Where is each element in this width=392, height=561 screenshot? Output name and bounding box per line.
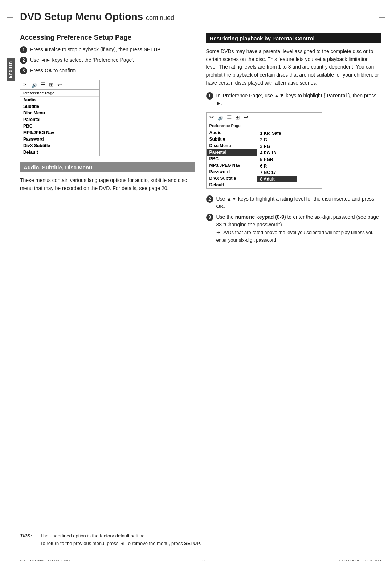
step-num-1: 1 [20,46,27,53]
menu-box-2: Preference Page Audio Subtitle Disc Menu… [206,112,322,189]
tips-line2: To return to the previous menu, press To… [40,540,381,548]
right-steps: 1 In 'Preference Page', use keys to high… [206,92,381,107]
down-arrow-2 [232,196,237,202]
sub-item-7: 7 NC 17 [257,169,297,176]
grid-icon-2 [235,114,240,121]
menu-item-password-2: Password [207,169,257,175]
menu-icon-2 [227,114,232,121]
step-text-1: Press twice to stop playback (if any), t… [30,46,195,53]
volume-icon [32,82,37,88]
scissors-icon-2 [209,114,214,121]
menu-item-discmenu-2: Disc Menu [207,142,257,149]
tips-line1: The underlined option is the factory def… [40,532,381,540]
right-arrow-2 [216,100,221,106]
menu-item-audio: Audio [20,97,99,103]
menu-icon-row-1 [20,80,99,90]
page-title-continued: continued [146,14,174,21]
right-step-num-1: 1 [206,92,213,100]
right-intro: Some DVDs may have a parental level assi… [206,48,381,87]
right-heading: Restricting playback by Parental Control [206,33,381,43]
right-step-text-3: Use the numeric keypad (0-9) to enter th… [216,213,381,244]
step-text-3: Press OK to confirm. [30,67,195,74]
keypad-bold: numeric keypad (0-9) [235,214,286,220]
left-arrow-tips [120,541,124,546]
menu-item-default: Default [20,149,99,156]
return-icon-2 [244,114,248,121]
sub-item-8: 8 Adult [257,176,297,182]
menu-box-1: Preference Page Audio Subtitle Disc Menu… [20,80,100,156]
right-step-num-2: 2 [206,195,213,203]
menu-item-mp3-2: MP3/JPEG Nav [207,162,257,169]
menu-item-pbc-2: PBC [207,156,257,162]
menu-item-subtitle-2: Subtitle [207,136,257,142]
right-step-num-3: 3 [206,214,213,221]
right-step-2: 2 Use keys to highlight a rating level f… [206,195,381,210]
menu-col-main: Audio Subtitle Disc Menu Parental PBC MP… [207,129,257,188]
return-icon [57,81,62,88]
subsection-heading: Audio, Subtitle, Disc Menu [20,162,195,172]
right-arrow [46,57,51,63]
up-arrow-2 [226,196,232,202]
two-column-layout: Accessing Preference Setup Page 1 Press … [20,33,381,249]
tips-label: TIPS: [20,532,37,548]
setup-bold-1: SETUP [144,47,161,52]
footer-left: 001-049-hts3500-93-Eng1 [20,559,71,561]
sub-item-3: 3 PG [257,143,297,150]
menu-item-parental: Parental [20,116,99,123]
menu-item-subtitle: Subtitle [20,103,99,110]
down-arrow [279,93,285,98]
right-steps-2: 2 Use keys to highlight a rating level f… [206,195,381,244]
footer-center: 36 [202,559,207,561]
menu-col-sub: 1 Kid Safe 2 G 3 PG 4 PG 13 5 PGR 6 R 7 … [257,129,297,188]
ok-bold-2: OK [216,203,224,209]
subsection-body: These menus contain various language opt… [20,177,195,192]
menu-item-divx: DivX Subtitle [20,142,99,149]
menu-label-2: Preference Page [207,122,322,129]
menu-icon-row-2 [207,113,322,122]
right-step-text-2: Use keys to highlight a rating level for… [216,195,381,210]
page-title-text: DVD Setup Menu Options [20,11,143,22]
menu-item-mp3: MP3/JPEG Nav [20,129,99,136]
step-num-2: 2 [20,57,27,64]
left-heading: Accessing Preference Setup Page [20,33,195,41]
left-column: Accessing Preference Setup Page 1 Press … [20,33,195,197]
tips-text: The underlined option is the factory def… [40,532,381,548]
step-num-3: 3 [20,67,27,74]
scissors-icon [23,81,28,88]
tips-inner: TIPS: The underlined option is the facto… [20,532,381,548]
menu-item-pbc: PBC [20,123,99,129]
right-step-1: 1 In 'Preference Page', use keys to high… [206,92,381,107]
left-steps: 1 Press twice to stop playback (if any),… [20,46,195,74]
menu-items-list-1: Audio Subtitle Disc Menu Parental PBC MP… [20,97,99,156]
sub-item-5: 5 PGR [257,156,297,163]
corner-tr [379,17,385,24]
menu-icon [41,81,45,88]
tips-underline: underlined option [50,533,86,538]
menu-two-col: Audio Subtitle Disc Menu Parental PBC MP… [207,129,322,188]
left-step-1: 1 Press twice to stop playback (if any),… [20,46,195,53]
footer-right: 14/04/2005, 10:39 AM [339,559,381,561]
right-step-text-1: In 'Preference Page', use keys to highli… [216,92,381,107]
menu-item-default-2: Default [207,182,257,188]
up-arrow [274,93,279,98]
left-step-2: 2 Use keys to select the 'Preference Pag… [20,56,195,64]
corner-tl [7,17,13,24]
menu-item-password: Password [20,136,99,142]
footer: 001-049-hts3500-93-Eng1 36 14/04/2005, 1… [20,559,381,561]
sub-item-6: 6 R [257,163,297,169]
menu-items-list-2: Audio Subtitle Disc Menu Parental PBC MP… [207,129,257,188]
left-arrow [41,57,46,63]
sub-item-4: 4 PG 13 [257,150,297,156]
menu-item-discmenu: Disc Menu [20,110,99,116]
volume-icon-2 [218,114,223,121]
step-text-2: Use keys to select the 'Preference Page'… [30,56,195,64]
menu-item-audio-2: Audio [207,129,257,136]
ok-bold-1: OK [45,68,52,73]
menu-item-parental-2: Parental [207,149,257,156]
tips-section: TIPS: The underlined option is the facto… [20,529,381,550]
stop-symbol [45,47,48,52]
sub-item-1: 1 Kid Safe [257,130,297,137]
sub-item-2: 2 G [257,137,297,143]
menu-item-divx-2: DivX Subtitle [207,175,257,182]
page-title: DVD Setup Menu Options continued [20,11,381,25]
